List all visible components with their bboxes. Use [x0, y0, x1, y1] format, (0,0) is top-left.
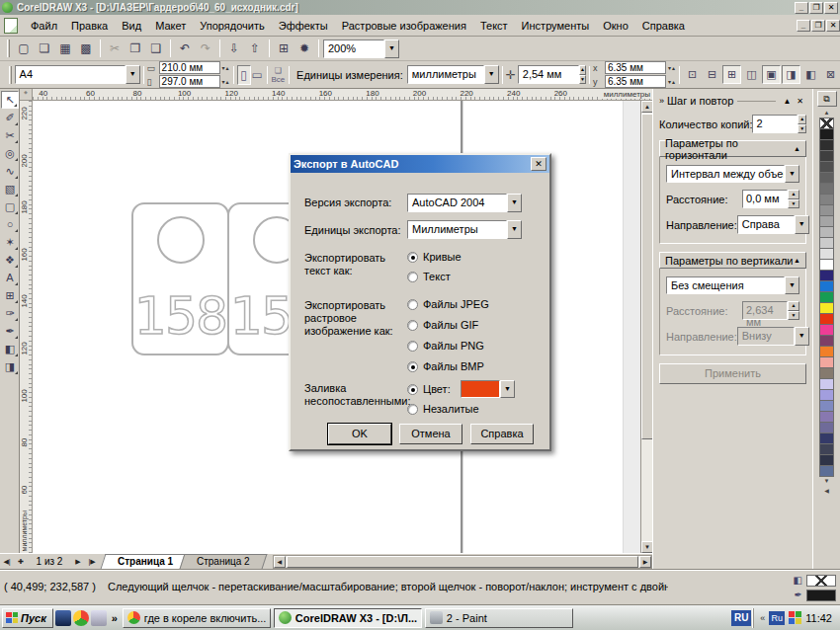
page-tab[interactable]: Страница 1	[101, 554, 191, 569]
snap-toggle-button[interactable]: ◨	[782, 65, 800, 84]
snap-toggle-button[interactable]: ⊟	[703, 65, 721, 84]
vertical-ruler[interactable]: 2202001801601401201008060 миллиметры	[20, 101, 33, 553]
docker-collapse-icon[interactable]: »	[659, 96, 664, 106]
chevron-down-icon[interactable]: ▼	[795, 215, 809, 234]
fill-color-combo[interactable]: ▼	[461, 380, 515, 398]
toolbox-tool[interactable]: ✂	[1, 126, 19, 144]
menu-item[interactable]: Упорядочить	[193, 17, 271, 35]
print-icon[interactable]: ▩	[76, 39, 96, 58]
vertical-mode-combo[interactable]: Без смещения ▼	[666, 276, 799, 294]
export-units-combo[interactable]: Миллиметры ▼	[407, 220, 522, 239]
toolbox-tool[interactable]: ↖	[1, 91, 19, 109]
bitmap-option-radio[interactable]: Файлы JPEG	[407, 297, 489, 311]
paper-height-field[interactable]: 297.0 мм	[159, 75, 220, 88]
chevron-down-icon[interactable]: ▼	[507, 220, 522, 239]
vertical-scrollbar[interactable]: ▲ ▼	[640, 101, 652, 553]
next-page-icon[interactable]: ▶	[71, 555, 85, 569]
toolbox-tool[interactable]: ◧	[1, 340, 19, 357]
fill-none-radio[interactable]: Незалитые	[407, 402, 479, 416]
toolbox-tool[interactable]: ▧	[1, 180, 19, 197]
toolbox-tool[interactable]: ⊞	[1, 286, 19, 304]
quicklaunch-calculator-icon[interactable]	[91, 610, 107, 626]
bitmap-option-radio[interactable]: Файлы PNG	[407, 339, 484, 353]
fill-color-radio[interactable]: Цвет:	[407, 382, 451, 396]
restore-icon[interactable]: ❐	[809, 2, 823, 14]
apply-button[interactable]: Применить	[659, 363, 806, 384]
close-icon[interactable]: ✕	[824, 2, 838, 14]
undo-icon[interactable]: ↶	[175, 39, 195, 58]
units-combo[interactable]: миллиметры ▼	[407, 65, 499, 84]
doc-minimize-icon[interactable]: _	[797, 20, 810, 32]
quicklaunch-media-icon[interactable]	[55, 610, 71, 626]
first-page-icon[interactable]: ◀|	[0, 555, 14, 569]
quicklaunch-more-icon[interactable]: »	[112, 612, 118, 624]
app-launcher-icon[interactable]: ⊞	[274, 39, 294, 58]
taskbar-task-button[interactable]: где в кореле включить...	[123, 608, 271, 628]
toolbox-tool[interactable]: ✒	[1, 322, 19, 340]
nudge-offset-field[interactable]: 2,54 мм	[518, 65, 579, 84]
scrollbar-thumb[interactable]	[287, 556, 638, 568]
vertical-group-header[interactable]: Параметры по вертикали▲	[659, 252, 806, 269]
horizontal-scrollbar[interactable]: ◀ ▶	[273, 555, 652, 569]
new-icon[interactable]: ▢	[14, 39, 34, 58]
paper-type-combo[interactable]: A4 ▼	[15, 65, 140, 84]
chevron-down-icon[interactable]: ▼	[384, 39, 399, 58]
menu-item[interactable]: Растровые изображения	[335, 17, 473, 35]
h-direction-combo[interactable]: Справа ▼	[737, 215, 809, 234]
toolbox-tool[interactable]: ◎	[1, 144, 19, 162]
spin-arrows-icon[interactable]: ▾▴	[668, 78, 676, 85]
h-distance-field[interactable]: 0,0 мм	[742, 190, 788, 208]
horizontal-ruler[interactable]: 406080100120140160180200220240260 миллим…	[33, 89, 652, 101]
chevron-down-icon[interactable]: ▼	[507, 194, 522, 212]
all-pages-button[interactable]: ❏Все	[271, 63, 286, 87]
docker-tab-icon[interactable]: ⧉	[817, 91, 837, 107]
propbar-grip[interactable]	[9, 66, 12, 84]
tray-language-icon[interactable]: Ru	[769, 611, 785, 625]
open-icon[interactable]: ❏	[35, 39, 54, 58]
zoom-level-combo[interactable]: 200% ▼	[323, 39, 399, 58]
palette-scroll-down-icon[interactable]: ▼	[819, 477, 835, 487]
docker-rollup-icon[interactable]: ▲	[780, 97, 794, 106]
toolbox-tool[interactable]: A	[1, 269, 19, 286]
snap-toggle-button[interactable]: ◫	[742, 65, 761, 84]
tray-app-icon[interactable]	[789, 611, 801, 624]
toolbox-tool[interactable]: ◨	[1, 357, 19, 375]
copies-spinner[interactable]: ▲▼	[798, 115, 806, 133]
toolbox-tool[interactable]: ∿	[1, 162, 19, 180]
snap-toggle-button[interactable]: ⊠	[821, 65, 840, 84]
text-option-radio[interactable]: Кривые	[407, 250, 462, 264]
cancel-button[interactable]: Отмена	[399, 424, 462, 444]
copy-icon[interactable]: ❐	[126, 39, 145, 58]
save-icon[interactable]: ▦	[55, 39, 75, 58]
import-icon[interactable]: ⇩	[224, 39, 244, 58]
tray-collapse-icon[interactable]: «	[760, 613, 765, 623]
chevron-down-icon[interactable]: ▼	[484, 65, 499, 84]
docker-close-icon[interactable]: ✕	[794, 97, 806, 106]
chevron-down-icon[interactable]: ▼	[785, 276, 799, 294]
bitmap-option-radio[interactable]: Файлы GIF	[407, 318, 478, 332]
export-version-combo[interactable]: AutoCAD 2004 ▼	[407, 194, 522, 212]
language-indicator[interactable]: RU	[731, 610, 751, 626]
toolbox-tool[interactable]: ✐	[1, 109, 19, 126]
corel-online-icon[interactable]: ✹	[294, 39, 314, 58]
redo-icon[interactable]: ↷	[196, 39, 215, 58]
scroll-right-icon[interactable]: ▶	[639, 556, 651, 568]
minimize-icon[interactable]: _	[795, 2, 808, 14]
export-icon[interactable]: ⇧	[245, 39, 265, 58]
duplicate-y-field[interactable]: 6.35 мм	[605, 75, 666, 88]
spin-arrows-icon[interactable]: ▾▴	[222, 78, 230, 85]
snap-toggle-button[interactable]: ◧	[801, 65, 820, 84]
menu-item[interactable]: Правка	[64, 17, 115, 35]
toolbox-tool[interactable]: ✶	[1, 233, 19, 251]
chevron-down-icon[interactable]: ▼	[785, 165, 799, 183]
chevron-down-icon[interactable]: ▼	[500, 380, 515, 398]
duplicate-x-field[interactable]: 6.35 мм	[605, 61, 666, 74]
menu-item[interactable]: Окно	[596, 17, 635, 35]
paste-icon[interactable]: ❑	[146, 39, 166, 58]
doc-restore-icon[interactable]: ❐	[811, 20, 825, 32]
menu-item[interactable]: Текст	[473, 17, 515, 35]
spin-arrows-icon[interactable]: ▾▴	[222, 64, 230, 71]
snap-toggle-button[interactable]: ▣	[762, 65, 781, 84]
last-page-icon[interactable]: |▶	[85, 555, 99, 569]
start-button[interactable]: Пуск	[2, 608, 53, 628]
